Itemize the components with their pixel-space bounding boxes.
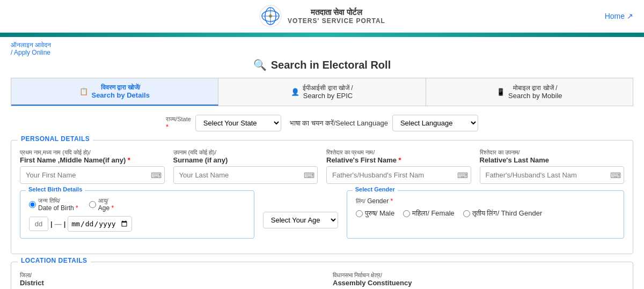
location-details-title: LOCATION DETAILS — [18, 257, 91, 264]
logo-container: मतदाता सेवा पोर्टल VOTERS' SERVICE PORTA… — [259, 4, 385, 28]
gender-label-english: Gender — [367, 197, 389, 205]
district-english: District — [20, 279, 311, 287]
state-label: राज्य/State * — [166, 116, 191, 131]
first-name-english: First Name ,Middle Name(if any) * — [20, 156, 165, 164]
dob-radio[interactable] — [29, 201, 36, 208]
gender-male-hindi: पुरुष/ — [365, 209, 378, 217]
date-yyyy-input[interactable] — [68, 216, 132, 232]
age-radio-option: आयु/ Age * — [89, 197, 114, 212]
gender-female-label: महिला/ Female — [412, 209, 455, 218]
gender-section: Select Gender लिंग/ Gender * पुरुष/ Male — [347, 190, 624, 239]
dob-english: Date of Birth — [38, 204, 74, 212]
gender-male-radio[interactable] — [356, 210, 363, 217]
age-required: * — [111, 204, 114, 212]
relative-first-required: * — [399, 156, 401, 164]
birth-gender-row: Select Birth Details जन्म तिथि/ Date of … — [20, 190, 624, 239]
last-name-input[interactable] — [173, 166, 318, 184]
state-label-hindi: राज्य/State — [166, 116, 191, 123]
personal-details-title: PERSONAL DETAILS — [18, 135, 93, 143]
age-select[interactable]: Select Your Age — [263, 212, 338, 228]
first-name-required: * — [128, 156, 130, 164]
relative-last-english: Relative's Last Name — [480, 156, 625, 164]
tab-details-hindi: विवरण द्वारा खोजें/ — [91, 84, 149, 91]
age-option-label: आयु/ Age * — [98, 197, 114, 212]
gender-male-label: पुरुष/ Male — [365, 209, 394, 218]
tab-epic-hindi: ईपीआईसी द्वारा खोजें / — [303, 84, 353, 92]
last-name-label: उपनाम (यदि कोई हो)/ Surname (if any) — [173, 149, 318, 164]
header-hindi-title: मतदाता सेवा पोर्टल — [288, 8, 385, 17]
gender-options: पुरुष/ Male महिला/ Female — [356, 209, 615, 218]
tab-epic-english: Search by EPIC — [303, 92, 353, 100]
last-name-group: उपनाम (यदि कोई हो)/ Surname (if any) ⌨ — [173, 149, 318, 184]
breadcrumb-hindi: ऑनलाइन आवेदन — [11, 41, 633, 49]
dob-required: * — [76, 204, 78, 212]
date-dd-input[interactable] — [29, 217, 48, 231]
keyboard-icon-firstname[interactable]: ⌨ — [151, 171, 162, 180]
state-filter-group: राज्य/State * Select Your State — [166, 115, 281, 131]
age-radio[interactable] — [89, 201, 96, 208]
dob-radio-option: जन्म तिथि/ Date of Birth * — [29, 197, 78, 212]
tab-search-by-epic[interactable]: 👤 ईपीआईसी द्वारा खोजें / Search by EPIC — [218, 78, 426, 106]
relative-last-name-input[interactable] — [480, 166, 625, 184]
gender-section-title: Select Gender — [353, 186, 398, 192]
gender-female-option: महिला/ Female — [403, 209, 455, 218]
keyboard-icon-rellast[interactable]: ⌨ — [610, 171, 621, 180]
gender-third-label: तृतीय लिंग/ Third Gender — [472, 209, 542, 218]
language-select[interactable]: Select Language — [392, 115, 478, 131]
header-title: मतदाता सेवा पोर्टल VOTERS' SERVICE PORTA… — [288, 8, 385, 25]
home-link[interactable]: Home ↗ — [605, 12, 633, 20]
teal-decorative-bar — [0, 33, 644, 37]
filter-row: राज्य/State * Select Your State भाषा का … — [11, 115, 633, 131]
gender-female-radio[interactable] — [403, 210, 410, 217]
relative-first-hindi: रिश्तेदार का प्रथम नाम/ — [326, 149, 375, 155]
language-filter-group: भाषा का चयन करें/Select Language Select … — [290, 115, 478, 131]
dob-hindi: जन्म तिथि/ — [38, 197, 78, 204]
relative-last-hindi: रिश्तेदार का उपनाम/ — [480, 149, 520, 155]
tab-epic-icon: 👤 — [291, 88, 299, 96]
dob-option-label: जन्म तिथि/ Date of Birth * — [38, 197, 78, 212]
gender-female-english: Female — [431, 209, 454, 217]
eci-logo — [259, 4, 282, 28]
gender-male-option: पुरुष/ Male — [356, 209, 394, 218]
first-name-group: प्रथम नाम,मध्य नाम (यदि कोई हो)/ First N… — [20, 149, 165, 184]
tab-details-icon: 📋 — [79, 87, 88, 95]
relative-last-name-group: रिश्तेदार का उपनाम/ Relative's Last Name… — [480, 149, 625, 184]
tab-search-by-mobile[interactable]: 📱 मोबाइल द्वारा खोजें / Search by Mobile — [426, 78, 633, 106]
gender-label-hindi: लिंग/ — [356, 198, 365, 204]
gender-third-radio[interactable] — [463, 210, 470, 217]
keyboard-icon-relfirst[interactable]: ⌨ — [457, 171, 468, 180]
relative-first-name-group: रिश्तेदार का प्रथम नाम/ Relative's First… — [326, 149, 471, 184]
gender-third-option: तृतीय लिंग/ Third Gender — [463, 209, 542, 218]
gender-male-english: Male — [379, 209, 394, 217]
age-english: Age — [98, 204, 109, 212]
relative-first-name-input[interactable] — [326, 166, 471, 184]
assembly-group: विधानसभा निर्वाचन क्षेत्र/ Assembly Cons… — [333, 271, 624, 287]
header-english-title: VOTERS' SERVICE PORTAL — [288, 17, 385, 25]
page-title-text: Search in Electoral Roll — [271, 59, 391, 71]
first-name-input[interactable] — [20, 166, 165, 184]
page-title: 🔍 Search in Electoral Roll — [11, 58, 633, 71]
first-name-input-wrapper: ⌨ — [20, 166, 165, 184]
home-label: Home — [605, 12, 625, 20]
tab-search-by-details[interactable]: 📋 विवरण द्वारा खोजें/ Search by Details — [11, 78, 218, 106]
breadcrumb: ऑनलाइन आवेदन / Apply Online — [11, 37, 633, 58]
language-label-text: भाषा का चयन करें/Select Language — [290, 119, 388, 127]
assembly-hindi: विधानसभा निर्वाचन क्षेत्र/ — [333, 272, 382, 278]
state-select[interactable]: Select Your State — [195, 115, 281, 131]
tab-mobile-hindi: मोबाइल द्वारा खोजें / — [508, 84, 562, 92]
birth-details-section: Select Birth Details जन्म तिथि/ Date of … — [20, 190, 254, 239]
date-sep-1: | — [50, 220, 53, 228]
age-select-container: Select Your Age — [263, 190, 338, 239]
relative-first-input-wrapper: ⌨ — [326, 166, 471, 184]
tab-mobile-english: Search by Mobile — [508, 92, 562, 100]
gender-label-row: लिंग/ Gender * — [356, 197, 615, 205]
keyboard-icon-lastname[interactable]: ⌨ — [304, 171, 314, 180]
gender-required: * — [391, 197, 393, 205]
tab-details-english: Search by Details — [91, 91, 149, 99]
gender-female-hindi: महिला/ — [412, 209, 429, 217]
last-name-input-wrapper: ⌨ — [173, 166, 318, 184]
external-link-icon: ↗ — [627, 12, 633, 20]
date-input-row: | — | — [29, 216, 245, 232]
location-details-section: LOCATION DETAILS जिला/ District विधानसभा… — [11, 262, 633, 289]
relative-first-english: Relative's First Name * — [326, 156, 471, 164]
